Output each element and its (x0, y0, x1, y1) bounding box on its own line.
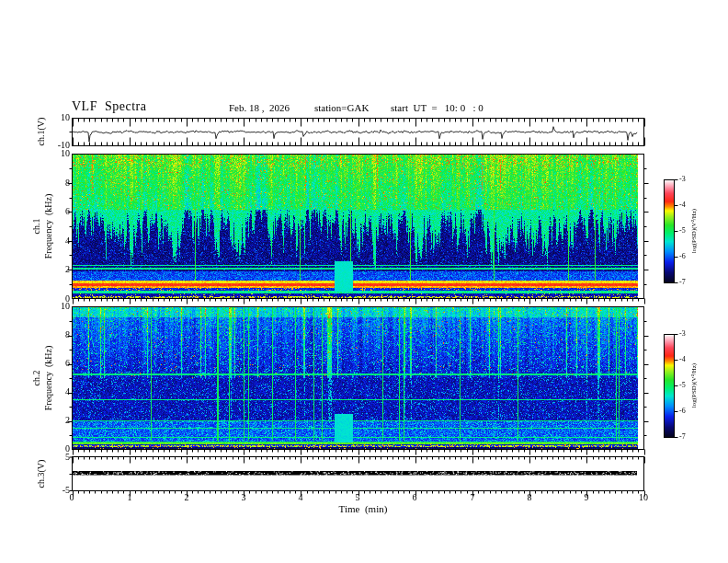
colorbar2-tick: -6 (679, 408, 686, 415)
ch1-wave-ylabel: ch.1(V) (37, 118, 46, 146)
figure-title: VLF Spectra (72, 100, 146, 113)
x-tick: 9 (585, 493, 589, 502)
ch2-spec-ytick: 4 (65, 387, 70, 396)
x-tick: 7 (471, 493, 475, 502)
ch2-spec-ytick: 6 (65, 359, 70, 368)
ch1-spec-ytick: 4 (65, 236, 70, 246)
ch1-waveform-panel (72, 118, 643, 145)
x-tick: 6 (413, 493, 417, 502)
ch2-spec-ytick: 2 (65, 416, 70, 425)
x-tick: 8 (528, 493, 532, 502)
ch1-spec-ylabel-line2: Frequency (kHz) (44, 194, 53, 259)
header-start-ut: start UT = 10: 0 : 0 (391, 103, 483, 113)
vlf-spectra-figure: VLF Spectra Feb. 18 , 2026 station=GAK s… (0, 0, 728, 563)
colorbar2-tick: -4 (679, 356, 686, 363)
ch1-spec-ytick: 8 (65, 178, 70, 188)
x-tick: 2 (185, 493, 189, 502)
ch2-spec-ylabel-line1: ch.2 (32, 371, 41, 386)
colorbar1-tick: -5 (679, 227, 686, 235)
ch3-waveform-panel (72, 456, 643, 491)
x-tick: 1 (128, 493, 132, 502)
header-date: Feb. 18 , 2026 (229, 103, 290, 113)
x-tick: 3 (242, 493, 246, 502)
colorbar1-label: log(PSD)(V²/Hz) (691, 209, 698, 253)
colorbar-1 (664, 179, 675, 282)
colorbar2-tick: -5 (679, 382, 686, 389)
colorbar2-tick: -3 (679, 330, 686, 338)
colorbar1-tick: -4 (679, 201, 686, 209)
colorbar1-tick: -3 (679, 176, 686, 183)
colorbar2-label: log(PSD)(V²/Hz) (691, 363, 698, 408)
colorbar-2 (664, 334, 675, 437)
colorbar1-tick: -7 (679, 279, 686, 286)
ch1-spec-ylabel-line1: ch.1 (32, 219, 41, 235)
ch3-wave-ytick: 5 (65, 453, 70, 462)
ch2-spec-ytick: 8 (65, 330, 70, 339)
colorbar1-tick: -6 (679, 253, 686, 260)
ch2-spectrogram-panel (72, 306, 643, 450)
x-tick: 10 (639, 493, 648, 502)
ch1-spectrogram-panel (72, 154, 643, 299)
ch1-spec-ytick: 2 (65, 265, 70, 274)
x-tick: 0 (70, 493, 74, 502)
ch1-spec-ytick: 10 (61, 149, 70, 158)
ch3-wave-ylabel: ch.3(V) (37, 460, 46, 488)
ch2-spec-ylabel-line2: Frequency (kHz) (44, 346, 53, 411)
ch1-spec-ytick: 6 (65, 207, 70, 216)
ch2-spec-ytick: 10 (61, 302, 70, 311)
x-axis-label: Time (min) (339, 504, 388, 514)
x-tick: 5 (356, 493, 360, 502)
colorbar2-tick: -7 (679, 433, 686, 441)
x-tick: 4 (299, 493, 303, 502)
ch1-wave-ytick: 10 (61, 113, 70, 122)
header-station: station=GAK (314, 103, 369, 113)
